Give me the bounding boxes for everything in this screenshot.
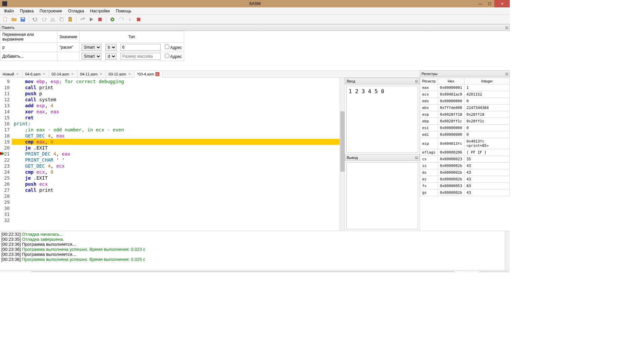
menu-edit[interactable]: Правка (17, 8, 37, 14)
register-hex: 0x00000000 (438, 125, 464, 131)
gdb-bar: Команда GDB: Вывести Выполнить (0, 270, 510, 272)
code-area[interactable]: mov ebp, esp; for correct debugging call… (12, 78, 340, 231)
log-line: [00:23:36] Программа выполнена успешно. … (1, 257, 508, 262)
tab[interactable]: 02-14.asm✕ (49, 71, 78, 77)
register-int: 0x28ff1c (464, 118, 510, 125)
tab-close-icon[interactable]: ✕ (70, 72, 75, 76)
gdb-print-checkbox[interactable] (456, 272, 460, 273)
maximize-button[interactable]: ☐ (485, 0, 494, 7)
redo-icon[interactable] (40, 15, 48, 23)
vertical-scrollbar[interactable] (505, 231, 510, 270)
register-row: es0x0000002b43 (420, 176, 510, 183)
reg-col-hex: Hex (438, 78, 464, 84)
step-into-icon[interactable] (126, 15, 134, 23)
tab-close-icon[interactable]: ✕ (15, 72, 19, 76)
tab-close-icon[interactable]: ✕ (128, 72, 132, 76)
vertical-scrollbar[interactable] (340, 78, 345, 231)
register-hex: 0x004013fc (438, 138, 464, 149)
tab[interactable]: 04-11.asm✕ (78, 71, 106, 77)
register-reg: eax (420, 84, 438, 91)
gdb-run-button[interactable]: Выполнить (480, 272, 508, 273)
open-file-icon[interactable] (10, 15, 18, 23)
window-controls: — ☐ ✕ (476, 0, 510, 7)
panel-float-icon[interactable]: ◱ (415, 156, 418, 159)
tab-close-icon[interactable]: ✕ (155, 72, 159, 76)
register-row: edx0x000000000 (420, 98, 510, 105)
menu-settings[interactable]: Настройки (87, 8, 112, 14)
output-textarea[interactable] (346, 162, 418, 229)
new-file-icon[interactable] (1, 15, 9, 23)
register-reg: esi (420, 125, 438, 131)
menu-debug[interactable]: Отладка (65, 8, 87, 14)
register-int: 0 (464, 98, 510, 105)
app-icon (2, 1, 7, 6)
register-row: ss0x0000002b43 (420, 163, 510, 169)
register-reg: edi (420, 131, 438, 138)
log-panel: [00:22:32] Отладка началась...[00:23:35]… (0, 231, 510, 270)
register-int: 0x4013fc <print+85> (464, 138, 510, 149)
tab-close-icon[interactable]: ✕ (42, 72, 46, 76)
svg-rect-11 (137, 17, 141, 21)
menu-build[interactable]: Построение (37, 8, 65, 14)
memory-add-cell[interactable]: Добавить... (0, 52, 57, 61)
tab[interactable]: 03-12.asm✕ (106, 71, 135, 77)
register-reg: ebp (420, 118, 438, 125)
register-reg: edx (420, 98, 438, 105)
copy-icon[interactable] (57, 15, 65, 23)
cut-icon[interactable] (49, 15, 57, 23)
register-row: ebx0x7ffde0002147344384 (420, 105, 510, 111)
registers-column: Регистр Hex Integer eax0x000000011ecx0x0… (420, 78, 510, 231)
memory-value-cell: "pause" (57, 43, 80, 52)
register-int: 2147344384 (464, 105, 510, 111)
memory-addr-checkbox[interactable] (165, 54, 169, 58)
memory-type-select1[interactable]: Smart (82, 53, 101, 60)
memory-type-select1[interactable]: Smart (82, 44, 101, 51)
memory-col-type: Тип (80, 31, 184, 43)
tab-label: 02-14.asm (52, 72, 69, 76)
tab-close-icon[interactable]: ✕ (99, 72, 103, 76)
register-row: eip0x004013fc0x4013fc <print+85> (420, 138, 510, 149)
panel-float-icon[interactable]: ◱ (505, 72, 508, 75)
run-icon[interactable] (87, 15, 95, 23)
gdb-input[interactable] (32, 272, 454, 273)
reg-col-name: Регистр (420, 78, 438, 84)
menu-file[interactable]: Файл (1, 8, 17, 14)
registers-table: Регистр Hex Integer eax0x000000011ecx0x0… (420, 78, 510, 196)
debug-stop-icon[interactable] (135, 15, 143, 23)
minimize-button[interactable]: — (476, 0, 485, 7)
tab[interactable]: Новый✕ (0, 71, 22, 77)
stop-icon[interactable] (96, 15, 104, 23)
input-textarea[interactable]: 1 2 3 4 5 0 (346, 86, 418, 153)
output-panel-header: Вывод ◱ (345, 154, 419, 161)
memory-type-select2[interactable]: b (105, 44, 116, 51)
register-int: 35 (464, 156, 510, 163)
close-button[interactable]: ✕ (494, 0, 510, 7)
tab[interactable]: 04-6.asm✕ (22, 71, 49, 77)
menu-help[interactable]: Помощь (113, 8, 134, 14)
register-hex: 0x00000000 (438, 98, 464, 105)
code-editor[interactable]: 9101112131415161718192021222324252627282… (0, 78, 345, 231)
register-int: 43 (464, 176, 510, 183)
register-reg: gs (420, 189, 438, 196)
memory-table: Переменная или выражение Значение Тип p … (0, 31, 184, 61)
step-over-icon[interactable] (117, 15, 125, 23)
build-icon[interactable] (79, 15, 87, 23)
register-int: 0 (464, 131, 510, 138)
register-hex: 0x00000053 (438, 183, 464, 189)
input-panel-header: Ввод ◱ (345, 78, 419, 84)
memory-size-input[interactable] (120, 44, 161, 51)
panel-float-icon[interactable]: ◱ (415, 79, 418, 83)
save-file-icon[interactable] (19, 15, 27, 23)
register-reg: eflags (420, 149, 438, 156)
memory-addr-checkbox[interactable] (165, 45, 169, 49)
paste-icon[interactable] (66, 15, 74, 23)
panel-float-icon[interactable]: ◱ (505, 26, 508, 29)
register-hex: 0x0000002b (438, 169, 464, 176)
tab[interactable]: *03-4.asm✕ (135, 71, 162, 78)
memory-size-input[interactable] (120, 53, 161, 60)
memory-type-select2[interactable]: d (105, 53, 116, 60)
memory-var-cell[interactable]: p (0, 43, 57, 52)
debug-start-icon[interactable] (108, 15, 116, 23)
undo-icon[interactable] (31, 15, 39, 23)
register-int: 43 (464, 189, 510, 196)
